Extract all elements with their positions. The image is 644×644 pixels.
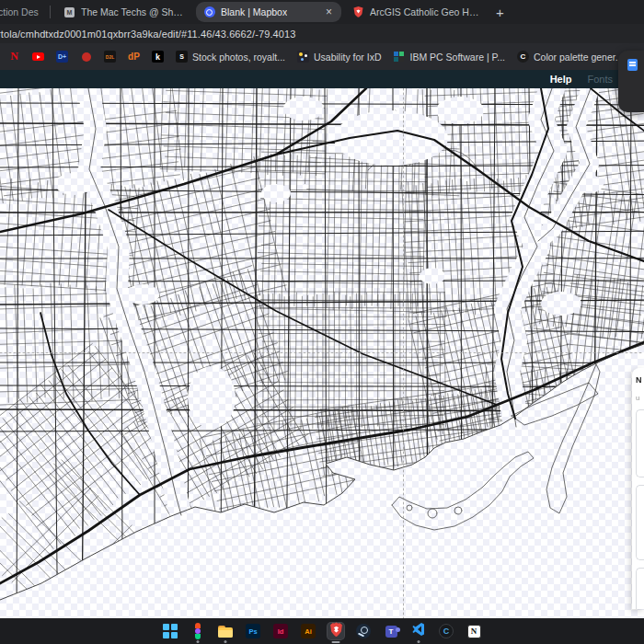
studio-header: Help Fonts xyxy=(0,70,644,88)
photoshop-icon: Ps xyxy=(246,624,260,638)
youtube-icon xyxy=(32,52,44,61)
bookmark-item-ibm-pixels[interactable]: IBM PC Software | P... xyxy=(393,51,505,63)
bookmark-item-stock-photos[interactable]: SStock photos, royalt... xyxy=(176,51,285,63)
cinema4d-icon: C xyxy=(439,624,454,638)
windows-start-icon xyxy=(163,624,178,638)
tab-mac-techs[interactable]: M The Mac Techs @ Sheridan :: Laser Fil xyxy=(56,0,192,24)
tab-label: ArcGIS Catholic Geo Hub – Brave Sea xyxy=(370,6,479,17)
taskbar-windows-start-button[interactable] xyxy=(162,623,178,639)
usability-icon xyxy=(297,51,309,63)
coolors-icon: C xyxy=(517,51,529,63)
red-dot-icon xyxy=(82,52,91,62)
d2l-icon: D2L xyxy=(104,51,116,63)
mapbox-favicon-icon xyxy=(203,6,215,18)
address-bar[interactable]: rtola/cmhdtxdz0001m01qxbrr3a9ka/edit/#11… xyxy=(0,24,644,43)
taskbar-illustrator-button[interactable]: Ai xyxy=(300,623,316,639)
street-map-canvas[interactable] xyxy=(0,88,644,618)
bookmark-label: Usability for IxD xyxy=(314,52,382,63)
tab-separator xyxy=(50,6,51,18)
bookmark-label: Stock photos, royalt... xyxy=(192,52,285,63)
mactechs-favicon-icon: M xyxy=(63,6,75,18)
url-text[interactable]: rtola/cmhdtxdz0001m01qxbrr3a9ka/edit/#11… xyxy=(0,29,295,40)
new-tab-button[interactable]: + xyxy=(496,5,504,20)
map-viewport[interactable] xyxy=(0,88,644,618)
taskbar-photoshop-button[interactable]: Ps xyxy=(245,623,261,639)
panel-card[interactable] xyxy=(636,568,644,609)
bookmarks-bar: ND+D2LdPkSStock photos, royalt...Usabili… xyxy=(0,43,644,70)
taskbar-vscode-button[interactable] xyxy=(410,623,427,639)
k-black-icon: k xyxy=(152,51,164,63)
tab-partial[interactable]: ction Des xyxy=(0,0,44,24)
tab-mapbox-active[interactable]: Blank | Mapbox × xyxy=(196,2,341,22)
teams-icon: T xyxy=(385,626,397,638)
browser-sidebar-flyout[interactable] xyxy=(618,51,644,112)
steam-icon xyxy=(356,624,371,638)
bookmark-item-disney-plus[interactable]: D+ xyxy=(56,51,68,63)
bookmark-item-youtube[interactable] xyxy=(32,51,44,63)
stock-photos-icon: S xyxy=(176,51,188,63)
taskbar-file-explorer-button[interactable] xyxy=(217,623,234,639)
bookmark-item-usability[interactable]: Usability for IxD xyxy=(297,51,382,63)
taskbar-notion-button[interactable]: N xyxy=(466,623,482,639)
netflix-icon: N xyxy=(10,50,18,63)
indesign-icon: Id xyxy=(273,624,288,638)
taskbar-steam-button[interactable] xyxy=(355,623,372,639)
taskbar-figma-button[interactable] xyxy=(190,623,206,639)
tab-arcgis[interactable]: ArcGIS Catholic Geo Hub – Brave Sea xyxy=(345,0,487,24)
bookmark-label: Color palette gener... xyxy=(534,52,623,63)
disney-plus-icon: D+ xyxy=(56,51,68,63)
bookmark-item-d2l[interactable]: D2L xyxy=(104,51,116,63)
studio-right-panel[interactable]: N u xyxy=(632,368,644,609)
dp-orange-icon: dP xyxy=(128,52,140,62)
figma-icon xyxy=(195,623,201,639)
tab-label: The Mac Techs @ Sheridan :: Laser Fil xyxy=(81,6,185,17)
bookmark-item-coolors[interactable]: CColor palette gener... xyxy=(517,51,623,63)
taskbar-teams-button[interactable]: T xyxy=(383,623,399,639)
bookmark-item-dp-orange[interactable]: dP xyxy=(128,51,140,63)
taskbar-cinema4d-button[interactable]: C xyxy=(438,623,454,639)
file-explorer-icon xyxy=(218,626,233,638)
illustrator-icon: Ai xyxy=(301,624,316,638)
panel-card[interactable] xyxy=(636,485,644,560)
taskbar-brave-button[interactable] xyxy=(328,623,344,639)
fonts-button[interactable]: Fonts xyxy=(587,74,613,85)
notion-icon: N xyxy=(467,625,481,638)
ibm-pixels-icon xyxy=(394,52,404,62)
tab-label: Blank | Mapbox xyxy=(221,6,287,17)
bookmark-item-netflix[interactable]: N xyxy=(8,51,20,63)
brave-icon xyxy=(329,622,343,641)
browser-tab-bar: ction Des M The Mac Techs @ Sheridan :: … xyxy=(0,0,644,24)
document-icon xyxy=(627,59,638,71)
panel-card[interactable] xyxy=(636,409,644,477)
bookmark-item-k-black[interactable]: k xyxy=(152,51,164,63)
vscode-icon xyxy=(411,622,426,640)
brave-shield-favicon-icon xyxy=(352,6,364,18)
tab-close-icon[interactable]: × xyxy=(324,6,334,17)
help-button[interactable]: Help xyxy=(550,74,572,85)
bookmark-item-red-dot[interactable] xyxy=(80,51,92,63)
panel-subtitle-fragment: u xyxy=(636,394,644,402)
windows-taskbar: PsIdAiTCN xyxy=(0,618,644,644)
taskbar-indesign-button[interactable]: Id xyxy=(272,623,289,639)
bookmark-label: IBM PC Software | P... xyxy=(409,52,505,63)
panel-title-fragment: N xyxy=(636,375,644,385)
